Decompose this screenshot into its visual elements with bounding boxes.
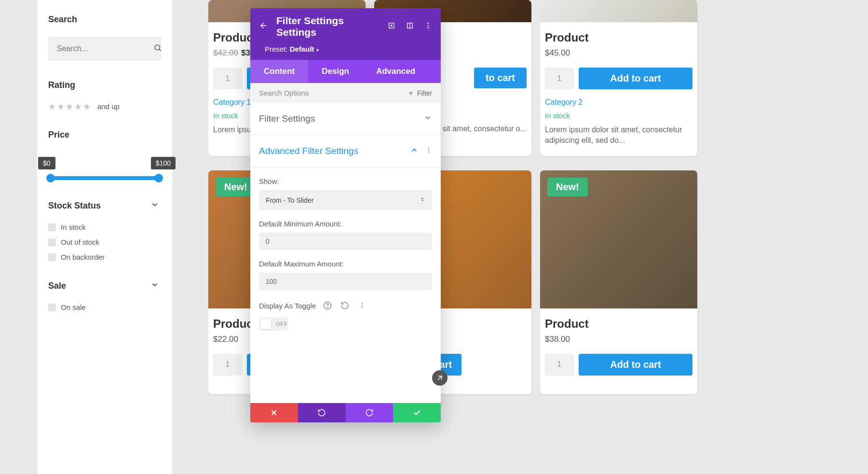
svg-point-12 xyxy=(428,27,429,28)
new-badge: New! xyxy=(547,178,588,196)
modal-footer xyxy=(250,403,441,422)
search-title: Search xyxy=(48,14,161,25)
svg-point-11 xyxy=(428,25,429,27)
rating-and-up: and up xyxy=(97,102,120,111)
back-button[interactable] xyxy=(259,21,268,32)
price-min-label: $0 xyxy=(38,157,55,169)
redo-button[interactable] xyxy=(346,403,393,422)
quantity-input[interactable]: 1 xyxy=(213,68,242,89)
tab-advanced[interactable]: Advanced xyxy=(363,60,429,83)
svg-point-14 xyxy=(428,150,429,151)
columns-icon[interactable] xyxy=(406,22,414,31)
settings-modal: Filter Settings Settings Preset: Default… xyxy=(250,8,441,422)
display-as-toggle-label: Display As Toggle xyxy=(259,302,316,310)
advanced-filter-settings-section[interactable]: Advanced Filter Settings xyxy=(250,135,441,167)
toggle-state-label: OFF xyxy=(276,321,288,327)
product-price: $38.00 xyxy=(545,335,692,344)
slider-track[interactable] xyxy=(48,176,161,180)
stock-status-toggle[interactable]: Stock Status xyxy=(48,200,161,211)
sale-item-on-sale[interactable]: On sale xyxy=(48,303,161,311)
modal-body: Show: From - To Slider Default Minimum A… xyxy=(250,167,441,340)
min-amount-label: Default Minimum Amount: xyxy=(259,220,432,228)
svg-marker-2 xyxy=(57,103,64,110)
max-amount-input[interactable]: 100 xyxy=(259,273,432,290)
more-icon[interactable] xyxy=(424,22,432,31)
svg-point-7 xyxy=(391,25,393,27)
rating-title: Rating xyxy=(48,80,161,90)
svg-point-0 xyxy=(155,45,160,50)
add-to-cart-button[interactable]: Add to cart xyxy=(579,68,692,89)
modal-title: Filter Settings Settings xyxy=(276,15,379,38)
cancel-button[interactable] xyxy=(250,403,298,422)
star-icon xyxy=(66,103,73,111)
price-slider[interactable]: $0 $100 xyxy=(48,157,161,181)
preset-selector[interactable]: Preset: Default ▾ xyxy=(250,45,441,60)
show-label: Show: xyxy=(259,177,432,185)
search-input[interactable] xyxy=(57,44,153,53)
chevron-up-icon xyxy=(410,146,419,156)
stock-title: Stock Status xyxy=(48,201,101,211)
add-to-cart-button[interactable]: Add to cart xyxy=(579,354,692,376)
svg-marker-3 xyxy=(66,103,72,110)
svg-point-13 xyxy=(428,148,429,149)
add-filter-button[interactable]: Filter xyxy=(407,89,432,97)
quantity-input[interactable]: 1 xyxy=(545,68,574,89)
stock-item-in-stock[interactable]: In stock xyxy=(48,223,161,231)
svg-point-17 xyxy=(327,307,328,307)
min-amount-input[interactable]: 0 xyxy=(259,233,432,250)
modal-header: Filter Settings Settings Preset: Default… xyxy=(250,8,441,83)
sale-toggle[interactable]: Sale xyxy=(48,280,161,291)
product-image: New! xyxy=(540,170,697,308)
svg-point-10 xyxy=(428,23,429,24)
checkbox[interactable] xyxy=(48,223,56,231)
add-to-cart-button[interactable]: to cart xyxy=(474,68,527,88)
max-amount-label: Default Maximum Amount: xyxy=(259,260,432,268)
stock-item-out-of-stock[interactable]: Out of stock xyxy=(48,238,161,246)
chevron-down-icon xyxy=(423,113,432,124)
product-card: Product $45.00 1 Add to cart Category 2 … xyxy=(540,0,697,156)
resize-handle[interactable] xyxy=(432,370,448,386)
search-options-label[interactable]: Search Options xyxy=(259,89,407,97)
more-icon[interactable] xyxy=(425,146,432,156)
product-title: Product xyxy=(545,317,692,331)
display-as-toggle-switch[interactable]: OFF xyxy=(259,317,288,331)
product-category[interactable]: Category 2 xyxy=(545,98,692,107)
svg-point-15 xyxy=(428,152,429,153)
stock-item-backorder[interactable]: On backorder xyxy=(48,253,161,261)
reset-icon[interactable] xyxy=(339,300,351,311)
modal-tabs: Content Design Advanced xyxy=(250,60,441,83)
star-icon xyxy=(74,103,82,111)
checkbox[interactable] xyxy=(48,304,56,311)
tab-content[interactable]: Content xyxy=(250,60,308,83)
svg-marker-4 xyxy=(75,103,81,110)
more-icon[interactable] xyxy=(356,300,368,311)
chevron-down-icon: ▾ xyxy=(316,47,319,53)
search-box[interactable] xyxy=(48,37,161,61)
product-price: $45.00 xyxy=(545,48,692,58)
select-arrows-icon xyxy=(420,195,425,205)
filter-settings-section[interactable]: Filter Settings xyxy=(250,103,441,135)
help-icon[interactable] xyxy=(322,300,333,311)
checkbox[interactable] xyxy=(48,238,56,246)
search-options-bar: Search Options Filter xyxy=(250,83,441,103)
show-select[interactable]: From - To Slider xyxy=(259,190,432,210)
undo-button[interactable] xyxy=(298,403,346,422)
save-button[interactable] xyxy=(393,403,441,422)
quantity-input[interactable]: 1 xyxy=(213,354,242,376)
star-icon xyxy=(48,103,56,111)
quantity-input[interactable]: 1 xyxy=(545,354,574,376)
svg-marker-1 xyxy=(49,103,55,110)
rating-filter[interactable]: and up xyxy=(48,102,161,111)
checkbox[interactable] xyxy=(48,253,56,261)
expand-icon[interactable] xyxy=(388,22,395,31)
star-icon xyxy=(83,103,91,111)
chevron-down-icon xyxy=(150,200,159,211)
svg-point-20 xyxy=(362,307,363,308)
product-card: New! Product $38.00 1 Add to cart xyxy=(540,170,697,394)
sidebar: Search Rating and up Price $0 $100 xyxy=(37,0,172,474)
toggle-handle xyxy=(260,319,271,329)
svg-point-18 xyxy=(362,303,363,304)
svg-marker-5 xyxy=(83,103,90,110)
tab-design[interactable]: Design xyxy=(308,60,363,83)
price-max-label: $100 xyxy=(151,157,176,169)
